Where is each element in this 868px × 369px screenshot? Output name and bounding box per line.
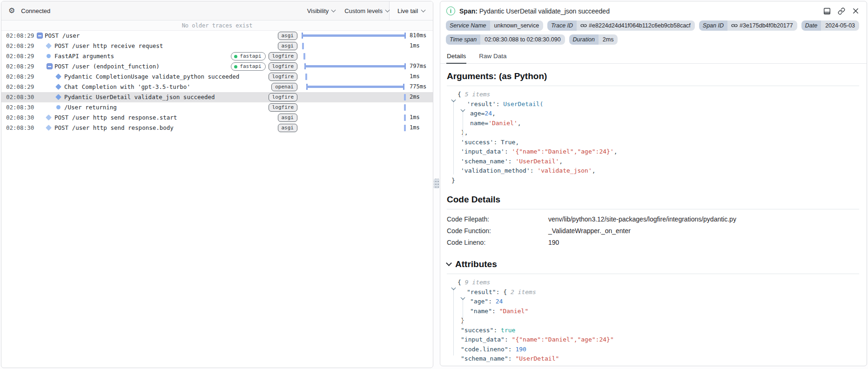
trace-row-badges: fastapilogfire: [231, 62, 297, 71]
info-icon: i: [446, 7, 455, 15]
code-token-str: "UserDetail": [515, 355, 559, 362]
trace-row-name: Pydantic UserDetail validate_json succee…: [64, 94, 215, 101]
code-token-num: 24: [496, 298, 503, 305]
code-token-items: 9 items: [465, 279, 491, 286]
scope-dot-icon: [234, 65, 237, 68]
code-detail-value: 190: [548, 239, 859, 246]
trace-row[interactable]: 02:08:29POST /user (endpoint_function)fa…: [1, 61, 433, 72]
code-token-key: "input_data": [461, 336, 505, 343]
duration-bar: [304, 63, 406, 69]
tab-details[interactable]: Details: [446, 50, 466, 64]
code-line: age=24,: [447, 109, 859, 119]
code-token-key: 'input_data': [461, 148, 505, 155]
trace-row[interactable]: 02:08:30POST /user http send response.st…: [1, 113, 433, 123]
code-token-key: "age": [470, 298, 488, 305]
arguments-python-view: { 5 items'result': UserDetail(age=24,nam…: [447, 86, 859, 187]
trace-row-time: 02:08:29: [6, 73, 34, 80]
attributes-json-view: { 9 items"result": { 2 items"age": 24"na…: [447, 274, 859, 366]
trace-row-time: 02:08:30: [6, 94, 34, 101]
code-details-heading: Code Details: [447, 195, 859, 209]
duration-bar-zone: [302, 72, 406, 82]
meta-badge-time-span: Time span02:08:30.088 to 02:08:30.090: [446, 34, 565, 45]
tag-badge-asgi: asgi: [278, 32, 298, 40]
close-icon[interactable]: [852, 7, 859, 14]
tab-raw-data[interactable]: Raw Data: [478, 50, 507, 64]
tag-badge-logfire: logfire: [269, 52, 297, 60]
code-token-key: "result": [467, 288, 496, 295]
log-circle-icon: [56, 105, 61, 109]
code-token-plain: True,: [501, 139, 519, 146]
meta-badge-span-id: Span ID#3e175db4f0b20177: [699, 20, 797, 31]
connection-status: Connected: [21, 7, 50, 14]
collapse-chevron-icon[interactable]: [446, 260, 452, 266]
copy-link-icon[interactable]: [838, 7, 845, 15]
settings-gear-icon[interactable]: ⚙: [8, 7, 15, 14]
code-token-key: 'result': [467, 101, 496, 107]
duration-bar: [306, 84, 404, 90]
trace-row[interactable]: 02:08:30Pydantic UserDetail validate_jso…: [1, 92, 433, 102]
duration-tick: [404, 114, 406, 121]
span-diamond-icon: [46, 114, 52, 121]
meta-badge-label: Time span: [446, 34, 480, 45]
code-line: "age": 24: [447, 297, 859, 307]
code-token-p: :: [530, 167, 538, 174]
custom-levels-dropdown[interactable]: Custom levels: [344, 7, 389, 14]
arguments-heading: Arguments: (as Python): [447, 71, 859, 86]
trace-row-time: 02:08:30: [6, 104, 34, 111]
trace-row-duration: 797ms: [410, 63, 426, 69]
code-token-p: ,: [592, 167, 596, 174]
meta-badge-label: Date: [801, 20, 821, 31]
link-icon[interactable]: [580, 22, 588, 30]
trace-row-time: 02:08:29: [6, 42, 34, 49]
tag-badge-fastapi: fastapi: [231, 62, 265, 71]
span-name: Pydantic UserDetail validate_json succee…: [479, 7, 610, 15]
trace-row[interactable]: 02:08:30/User returninglogfire: [1, 102, 433, 113]
visibility-dropdown[interactable]: Visibility: [307, 7, 336, 14]
meta-badge-label: Trace ID: [547, 20, 577, 31]
trace-row[interactable]: 02:08:29Chat Completion with 'gpt-3.5-tu…: [1, 82, 433, 92]
code-line: "name": "Daniel": [447, 307, 859, 316]
trace-row[interactable]: 02:08:29Pydantic CompletionUsage validat…: [1, 72, 433, 82]
scope-dot-icon: [234, 55, 237, 58]
panel-resize-handle[interactable]: [434, 179, 439, 188]
trace-row-name: Chat Completion with 'gpt-3.5-turbo': [64, 83, 190, 90]
code-token-p: ,: [614, 148, 618, 155]
code-detail-value: venv/lib/python3.12/site-packages/logfir…: [548, 215, 859, 223]
trace-row[interactable]: 02:08:30POST /user http send response.bo…: [1, 123, 433, 133]
dock-panel-icon[interactable]: [823, 7, 831, 15]
link-icon[interactable]: [731, 22, 739, 30]
span-title: Span: Pydantic UserDetail validate_json …: [459, 7, 610, 15]
trace-row-time: 02:08:30: [6, 114, 34, 121]
trace-row-badges: asgi: [278, 32, 298, 40]
code-token-key: 'success': [461, 139, 493, 146]
detail-tabs: DetailsRaw Data: [440, 50, 867, 64]
duration-bar-zone: [302, 92, 406, 102]
code-token-p: :: [492, 308, 499, 315]
span-header: i Span: Pydantic UserDetail validate_jso…: [440, 1, 867, 17]
code-line: ),: [447, 128, 859, 138]
meta-badge-date: Date2024-05-03: [801, 20, 859, 31]
trace-row[interactable]: 02:08:29POST /userasgi810ms: [1, 31, 433, 41]
meta-badge-value: 2ms: [599, 34, 618, 45]
trace-row-badges: fastapilogfire: [231, 52, 297, 60]
trace-row-duration: 1ms: [410, 42, 420, 49]
span-detail-panel: i Span: Pydantic UserDetail validate_jso…: [440, 1, 867, 366]
code-detail-label: Code Lineno:: [447, 239, 548, 246]
trace-row-name: FastAPI arguments: [54, 53, 114, 60]
duration-bar-zone: [302, 41, 406, 51]
code-line: name='Daniel',: [447, 119, 859, 128]
tag-badge-logfire: logfire: [269, 62, 297, 71]
code-line: 'validation_method': 'validate_json',: [447, 166, 859, 176]
code-token-items: 2 items: [511, 288, 536, 295]
trace-row[interactable]: 02:08:29FastAPI argumentsfastapilogfire: [1, 51, 433, 61]
trace-row[interactable]: 02:08:29POST /user http receive requesta…: [1, 41, 433, 51]
span-diamond-icon: [55, 74, 61, 80]
code-detail-label: Code Function:: [447, 227, 548, 235]
live-tail-dropdown[interactable]: Live tail: [389, 1, 433, 20]
meta-badge-label: Duration: [569, 34, 599, 45]
collapse-toggle-icon[interactable]: [37, 33, 43, 39]
code-token-p: : {: [496, 288, 511, 295]
indent-guide: [453, 100, 454, 174]
collapse-toggle-icon[interactable]: [47, 63, 53, 69]
span-meta-badges: Service Nameunknown_serviceTrace ID#e822…: [440, 17, 867, 45]
